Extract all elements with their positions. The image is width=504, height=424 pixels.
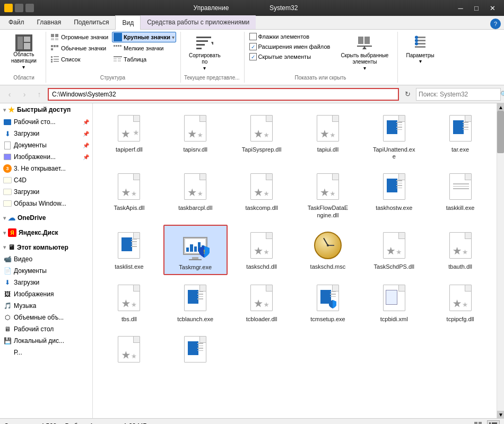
sidebar-item-docs2[interactable]: 📄 Документы — [0, 265, 92, 277]
file-tapiui[interactable]: tapiui.dll — [296, 108, 360, 164]
areas-icon — [15, 34, 32, 51]
file-taskschd-dll[interactable]: taskschd.dll — [230, 225, 294, 275]
sidebar-item-video[interactable]: 📹 Видео — [0, 253, 92, 265]
file-tapiperf-name: tapiperf.dll — [116, 146, 143, 153]
flag-checkbox-row[interactable]: Флажки элементов — [248, 32, 332, 41]
sidebar-docs-label: Документы — [14, 142, 47, 149]
sidebar-computer: ▾ 🖥 Этот компьютер 📹 Видео 📄 Документы ⬇… — [0, 241, 92, 358]
search-icon[interactable]: 🔍 — [500, 89, 504, 100]
sidebar-c4d-label: C4D — [14, 176, 27, 184]
area-nav-button[interactable]: Областьнавигации ▾ — [6, 32, 41, 73]
sidebar-onedrive-header[interactable]: ▾ ☁ OneDrive — [0, 211, 92, 224]
hidden-checkbox[interactable]: ✓ — [249, 53, 257, 60]
up-button[interactable]: ↑ — [33, 88, 46, 101]
file-tapisrv[interactable]: tapisrv.dll — [163, 108, 228, 164]
view-huge-btn[interactable]: Огромные значки — [49, 32, 110, 42]
ext-checkbox[interactable]: ✓ — [249, 43, 257, 50]
file-taskcomp[interactable]: taskcomp.dll — [230, 166, 294, 222]
file-tcpbidi[interactable]: tcpbidi.xml — [362, 277, 426, 326]
ext-checkbox-row[interactable]: ✓ Расширения имен файлов — [248, 42, 332, 51]
tab-view[interactable]: Вид — [115, 15, 141, 30]
sidebar-item-hdd[interactable]: 💾 Локальный дис... — [0, 335, 92, 347]
sidebar-item-music[interactable]: 🎵 Музыка — [0, 300, 92, 312]
sidebar-item-desktop[interactable]: Рабочий сто... 📌 — [0, 116, 92, 128]
file-taskhostw[interactable]: taskhostw.exe — [362, 166, 426, 222]
close-button[interactable]: ✕ — [485, 2, 500, 14]
sidebar-item-windows[interactable]: Образы Window... — [0, 198, 92, 209]
pin-icon4: 📌 — [83, 154, 89, 160]
help-button[interactable]: ? — [490, 19, 501, 29]
file-tcpipcfg[interactable]: tcpipcfg.dll — [428, 277, 492, 326]
tab-file[interactable]: Файл — [2, 15, 31, 29]
sidebar-item-img2[interactable]: 🖼 Изображения — [0, 288, 92, 300]
sidebar-item-downloads[interactable]: ⬇ Загрузки 📌 — [0, 128, 92, 139]
sidebar-item-more[interactable]: Р... — [0, 347, 92, 358]
file-taskschdps-name: TaskSchdPS.dll — [374, 263, 414, 270]
file-tar[interactable]: tar.exe — [428, 108, 492, 164]
address-input[interactable] — [48, 88, 399, 101]
flag-checkbox[interactable] — [249, 33, 257, 40]
sidebar-hdd-label: Локальный дис... — [14, 337, 64, 344]
minimize-button[interactable]: ─ — [453, 2, 468, 14]
file-tbauth[interactable]: tbauth.dll — [428, 225, 492, 275]
scroll-down-button[interactable]: ▼ — [497, 411, 504, 418]
sort-button[interactable]: Сортироватьпо ▾ — [184, 32, 225, 74]
sidebar-item-dl2[interactable]: ⬇ Загрузки — [0, 277, 92, 288]
view-table-btn[interactable]: Таблица — [112, 54, 176, 65]
tab-share[interactable]: Поделиться — [67, 15, 115, 29]
svg-rect-19 — [118, 45, 119, 47]
sidebar-more-label: Р... — [14, 349, 22, 356]
view-large-btn[interactable]: Крупные значки ▾ — [112, 32, 176, 42]
downloads2-icon — [3, 188, 12, 196]
file-taskapids[interactable]: TaskApis.dll — [97, 166, 161, 222]
file-tapiunattend[interactable]: TapiUnattend.exe — [362, 108, 426, 164]
sidebar-desktop2-label: Рабочий стол — [14, 325, 54, 333]
scroll-up-button[interactable]: ▲ — [497, 103, 504, 111]
sidebar-item-docs[interactable]: Документы 📌 — [0, 139, 92, 151]
sidebar-item-3d[interactable]: ⬡ Объемные объ... — [0, 312, 92, 323]
scroll-thumb[interactable] — [497, 111, 504, 153]
view-list-btn[interactable]: Список — [49, 54, 110, 65]
sidebar-item-desktop2[interactable]: 🖥 Рабочий стол — [0, 323, 92, 335]
sidebar-yandex-header[interactable]: ▾ Я Яндекс.Диск — [0, 226, 92, 239]
file-tcblaunch[interactable]: tcblaunch.exe — [163, 277, 228, 326]
maximize-button[interactable]: □ — [469, 2, 484, 14]
file-tasklist[interactable]: tasklist.exe — [97, 225, 161, 275]
view-toggle-details[interactable] — [487, 420, 500, 425]
sidebar-item-c4d[interactable]: C4D — [0, 174, 92, 186]
file-taskflowdata[interactable]: TaskFlowDataEngine.dll — [296, 166, 360, 222]
hidden-checkbox-row[interactable]: ✓ Скрытые элементы — [248, 52, 332, 61]
file-taskkill[interactable]: taskkill.exe — [428, 166, 492, 222]
view-normal-btn[interactable]: Обычные значки — [49, 43, 110, 54]
file-tapisysprep[interactable]: TapiSysprep.dll — [230, 108, 294, 164]
file-tcmsetup[interactable]: tcmsetup.exe — [296, 277, 360, 326]
file-extra2[interactable] — [163, 329, 228, 371]
tab-home[interactable]: Главная — [31, 15, 68, 29]
file-extra1[interactable] — [97, 329, 161, 371]
titlebar-icon-yellow — [4, 4, 13, 12]
file-taskschd-msc[interactable]: taskschd.msc — [296, 225, 360, 275]
search-input[interactable] — [416, 91, 500, 98]
params-button[interactable]: Параметры ▾ — [401, 32, 439, 67]
back-button[interactable]: ‹ — [3, 88, 16, 101]
desktop2-icon: 🖥 — [3, 325, 12, 333]
scrollbar[interactable]: ▲ ▼ — [497, 103, 504, 418]
hide-selected-button[interactable]: Скрыть выбранныеэлементы ▾ — [336, 32, 393, 74]
sidebar-item-downloads2[interactable]: Загрузки — [0, 186, 92, 198]
view-small-btn[interactable]: Мелкие значки — [112, 43, 176, 54]
sidebar-item-3[interactable]: 3 3. Не открывает... — [0, 163, 92, 174]
sidebar-quick-access-header[interactable]: ▾ ★ Быстрый доступ — [0, 103, 92, 116]
file-tcbloader[interactable]: tcbloader.dll — [230, 277, 294, 326]
sidebar-item-images[interactable]: Изображени... 📌 — [0, 151, 92, 163]
view-toggle-large[interactable] — [472, 420, 485, 425]
tab-tools[interactable]: Средства работы с приложениями — [141, 15, 256, 29]
file-taskbarcpl[interactable]: taskbarcpl.dll — [163, 166, 228, 222]
file-taskmgr[interactable]: ! Taskmgr.exe — [163, 225, 228, 275]
file-taskflowdata-name: TaskFlowDataEngine.dll — [307, 205, 349, 218]
refresh-button[interactable]: ↻ — [401, 88, 414, 101]
sidebar-computer-header[interactable]: ▾ 🖥 Этот компьютер — [0, 241, 92, 253]
file-taskschdps[interactable]: TaskSchdPS.dll — [362, 225, 426, 275]
file-tbs[interactable]: tbs.dll — [97, 277, 161, 326]
file-tapiperf[interactable]: tapiperf.dll — [97, 108, 161, 164]
forward-button[interactable]: › — [18, 88, 31, 101]
